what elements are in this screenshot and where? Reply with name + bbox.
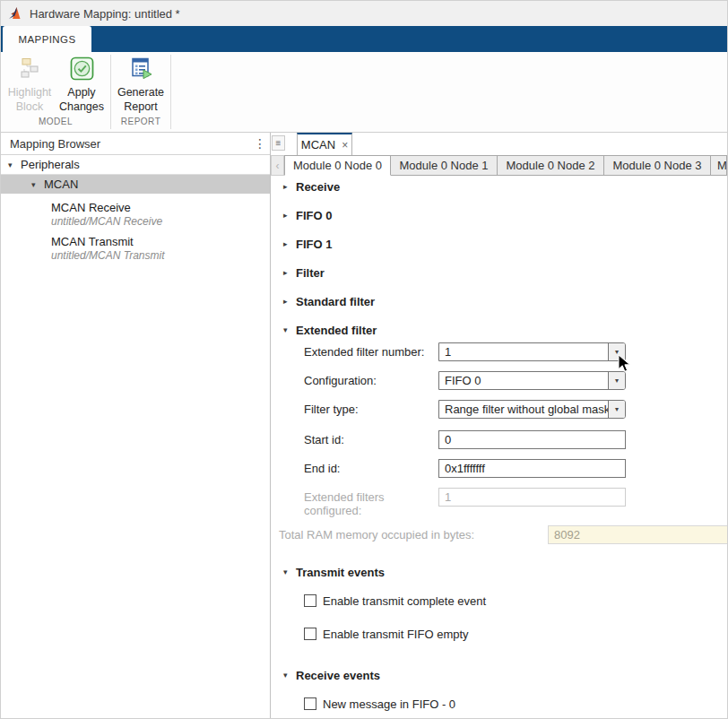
matlab-logo-icon [8, 6, 23, 21]
chevron-down-icon[interactable]: ▾ [608, 372, 625, 389]
tree-node-peripherals[interactable]: ▾ Peripherals [1, 155, 270, 175]
generate-report-button[interactable]: GenerateReport [113, 56, 169, 117]
hardware-mapping-window: Hardware Mapping: untitled * MAPPINGS Hi… [0, 0, 728, 719]
tab-module0-node0[interactable]: Module 0 Node 0 [284, 155, 391, 176]
configuration-combobox[interactable]: FIFO 0 ▾ [438, 371, 626, 390]
tab-module0-node2[interactable]: Module 0 Node 2 [498, 155, 604, 176]
model-group: HighlightBlock ApplyChanges MODEL [1, 52, 110, 132]
chevron-down-icon[interactable]: ▾ [608, 343, 625, 360]
model-group-label: MODEL [1, 117, 110, 132]
highlight-block-icon [18, 56, 42, 81]
field-label: End id: [304, 459, 438, 479]
expanded-arrow-icon[interactable]: ▾ [8, 160, 15, 169]
close-icon[interactable]: × [342, 139, 348, 152]
total-ram-row: Total RAM memory occupied in bytes: [279, 525, 727, 545]
field-label: Total RAM memory occupied in bytes: [279, 525, 548, 545]
tree-node-mcan[interactable]: ▾ MCAN [1, 175, 270, 194]
panel-options-icon[interactable]: ⋮ [250, 136, 270, 151]
chevron-down-icon[interactable]: ▾ [608, 401, 625, 418]
tree-item-path: untitled/MCAN Transmit [51, 249, 270, 262]
new-message-fifo0-row: New message in FIFO - 0 [304, 697, 727, 711]
collapsed-arrow-icon: ▸ [283, 268, 291, 277]
new-message-fifo0-checkbox[interactable] [304, 697, 316, 710]
expanded-arrow-icon: ▾ [283, 325, 291, 334]
mapping-browser-panel: Mapping Browser ⋮ ▾ Peripherals ▾ MCAN M… [1, 133, 271, 719]
extended-filter-number-combobox[interactable]: 1 ▾ [438, 342, 626, 361]
start-id-row: Start id: [304, 430, 727, 450]
tab-module0-node4-truncated[interactable]: M [711, 155, 727, 176]
expanded-arrow-icon[interactable]: ▾ [31, 180, 39, 189]
peripherals-tree: ▾ Peripherals ▾ MCAN MCAN Receive untitl… [1, 155, 270, 262]
document-tabbar: ≡ MCAN × [271, 133, 727, 155]
filter-type-combobox[interactable]: Range filter without global mask ▾ [438, 400, 626, 419]
tab-module0-node3[interactable]: Module 0 Node 3 [604, 155, 711, 176]
toolbar-separator [170, 55, 171, 129]
end-id-row: End id: [304, 459, 727, 479]
tree-node-label: MCAN [44, 178, 78, 191]
checkbox-label: New message in FIFO - 0 [323, 697, 455, 711]
report-group-label: REPORT [111, 117, 170, 132]
apply-changes-button[interactable]: ApplyChanges [56, 56, 108, 117]
tree-item-mcan-receive[interactable]: MCAN Receive untitled/MCAN Receive [51, 201, 270, 228]
report-group: GenerateReport REPORT [111, 52, 170, 132]
combobox-value: FIFO 0 [439, 372, 608, 389]
tree-item-name: MCAN Receive [51, 201, 270, 214]
checkbox-label: Enable transmit FIFO empty [323, 628, 469, 641]
section-standard-filter[interactable]: ▸ Standard filter [283, 294, 727, 308]
field-label: Start id: [304, 430, 438, 450]
section-fifo0[interactable]: ▸ FIFO 0 [283, 208, 727, 222]
section-receive-events[interactable]: ▾ Receive events [283, 668, 727, 682]
extended-filters-configured-row: Extended filters configured: [304, 488, 727, 507]
field-label: Filter type: [304, 400, 438, 420]
highlight-block-label: HighlightBlock [8, 85, 52, 115]
collapsed-arrow-icon: ▸ [283, 239, 291, 248]
enable-transmit-fifo-empty-checkbox[interactable] [304, 628, 316, 640]
apply-changes-icon [70, 56, 94, 81]
transmit-complete-event-row: Enable transmit complete event [304, 593, 727, 608]
start-id-input[interactable] [438, 430, 626, 449]
filter-type-row: Filter type: Range filter without global… [304, 400, 727, 420]
editor-panel: ≡ MCAN × ‹ Module 0 Node 0 Module 0 Node… [271, 133, 727, 719]
tab-scroll-left-icon[interactable]: ‹ [271, 155, 284, 176]
configuration-row: Configuration: FIFO 0 ▾ [304, 371, 727, 391]
field-label: Extended filters configured: [304, 488, 438, 507]
tree-item-path: untitled/MCAN Receive [51, 215, 270, 228]
mapping-browser-title: Mapping Browser [1, 137, 250, 151]
collapsed-arrow-icon: ▸ [283, 182, 291, 191]
mapping-browser-header: Mapping Browser ⋮ [1, 133, 270, 155]
tab-mappings[interactable]: MAPPINGS [3, 26, 91, 52]
tab-module0-node1[interactable]: Module 0 Node 1 [391, 155, 498, 176]
tree-node-label: Peripherals [21, 158, 80, 171]
expanded-arrow-icon: ▾ [283, 567, 291, 576]
field-label: Configuration: [304, 371, 438, 391]
window-title: Hardware Mapping: untitled * [30, 7, 180, 21]
field-label: Extended filter number: [304, 342, 438, 362]
generate-report-label: GenerateReport [117, 85, 164, 115]
tree-item-name: MCAN Transmit [51, 235, 270, 248]
extended-filter-number-row: Extended filter number: 1 ▾ [304, 342, 727, 362]
generate-report-icon [129, 56, 153, 81]
combobox-value: 1 [439, 343, 608, 360]
expanded-arrow-icon: ▾ [283, 671, 291, 680]
section-transmit-events[interactable]: ▾ Transmit events [283, 565, 727, 579]
module-node-tabstrip: ‹ Module 0 Node 0 Module 0 Node 1 Module… [271, 155, 727, 176]
document-tab-label: MCAN [301, 138, 335, 152]
total-ram-input [548, 525, 727, 544]
toolstrip: HighlightBlock ApplyChanges MODEL [1, 52, 727, 133]
enable-transmit-complete-checkbox[interactable] [304, 594, 316, 607]
node-settings-form: ▸ Receive ▸ FIFO 0 ▸ FIFO 1 ▸ Filter ▸ [271, 176, 727, 719]
ribbon-tab-strip: MAPPINGS [1, 26, 727, 52]
end-id-input[interactable] [438, 459, 626, 478]
transmit-fifo-empty-row: Enable transmit FIFO empty [304, 627, 727, 641]
panel-menu-icon[interactable]: ≡ [272, 135, 285, 151]
section-fifo1[interactable]: ▸ FIFO 1 [283, 237, 727, 251]
tree-item-mcan-transmit[interactable]: MCAN Transmit untitled/MCAN Transmit [51, 235, 270, 262]
document-tab-mcan[interactable]: MCAN × [297, 133, 352, 155]
collapsed-arrow-icon: ▸ [283, 211, 291, 220]
section-extended-filter[interactable]: ▾ Extended filter [283, 323, 727, 337]
extended-filters-configured-input [438, 488, 626, 507]
section-receive[interactable]: ▸ Receive [283, 179, 727, 194]
highlight-block-button[interactable]: HighlightBlock [4, 56, 56, 117]
checkbox-label: Enable transmit complete event [323, 594, 486, 608]
section-filter[interactable]: ▸ Filter [283, 265, 727, 280]
